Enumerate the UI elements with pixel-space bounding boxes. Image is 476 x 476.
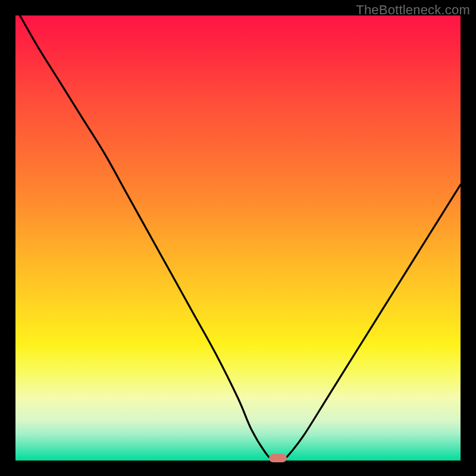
watermark-text: TheBottleneck.com bbox=[356, 2, 470, 18]
chart-plot-area bbox=[15, 15, 461, 461]
chart-frame: TheBottleneck.com bbox=[0, 0, 476, 476]
optimum-marker bbox=[269, 454, 287, 462]
bottleneck-curve bbox=[15, 15, 461, 461]
